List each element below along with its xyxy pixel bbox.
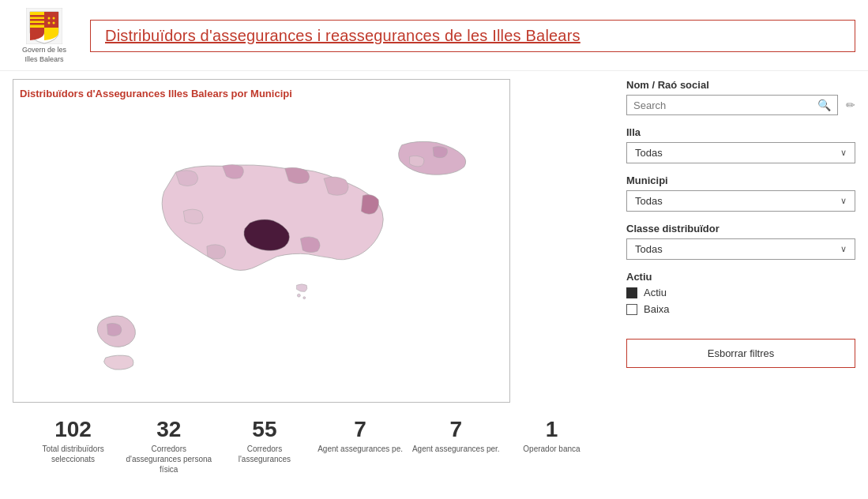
title-box: Distribuïdors d'assegurances i reassegur…	[90, 20, 855, 52]
classe-filter-group: Classe distribuïdor Todas ∨	[626, 223, 855, 260]
svg-point-5	[53, 17, 55, 20]
stat-corredors: 55 Corredors l'assegurances	[216, 414, 312, 478]
logo-text: Govern de les Illes Balears	[22, 46, 66, 64]
municipi-select[interactable]: Todas ∨	[626, 190, 855, 212]
stat-corredors-fisica-label: Corredors d'assegurances persona física	[124, 444, 213, 475]
stat-corredors-fisica: 32 Corredors d'assegurances persona físi…	[121, 414, 216, 478]
actiu-label: Actiu	[626, 271, 855, 283]
logo-icon	[26, 8, 62, 44]
checkbox-filled-icon	[626, 287, 637, 298]
stat-agent2: 7 Agent assegurances per.	[408, 414, 504, 478]
actiu-checkboxes: Actiu Baixa	[626, 287, 855, 315]
svg-point-7	[53, 22, 55, 24]
classe-value: Todas	[635, 243, 663, 255]
stat-agent2-number: 7	[411, 417, 501, 442]
illa-value: Todas	[635, 147, 663, 159]
stat-total-number: 102	[28, 417, 118, 442]
actiu-filter-group: Actiu Actiu Baixa	[626, 271, 855, 315]
stat-agent2-label: Agent assegurances per.	[411, 444, 501, 454]
chevron-down-icon: ∨	[840, 244, 847, 254]
svg-rect-3	[30, 23, 44, 25]
eivissa-group	[97, 316, 135, 347]
chevron-down-icon: ∨	[840, 196, 847, 206]
nom-label: Nom / Raó social	[626, 79, 855, 91]
esborrar-filtres-button[interactable]: Esborrar filtres	[626, 339, 855, 368]
actiu-option-label: Actiu	[644, 287, 667, 298]
svg-rect-2	[30, 19, 44, 21]
svg-point-9	[303, 297, 306, 299]
right-panel: Nom / Raó social 🔍 ✏ Illa Todas ∨ Munici	[626, 79, 855, 478]
stat-total: 102 Total distribuïdors seleccionats	[25, 414, 121, 478]
classe-select[interactable]: Todas ∨	[626, 238, 855, 260]
mallorca-group	[162, 165, 383, 299]
search-icon: 🔍	[817, 99, 831, 111]
page-title: Distribuïdors d'assegurances i reassegur…	[105, 27, 581, 44]
map-svg	[20, 104, 503, 388]
stats-row: 102 Total distribuïdors seleccionats 32 …	[13, 406, 612, 478]
map-section: Distribuïdors d'Assegurances Illes Balea…	[13, 79, 612, 478]
illa-label: Illa	[626, 126, 855, 138]
svg-point-6	[48, 22, 51, 24]
header: Govern de les Illes Balears Distribuïdor…	[0, 0, 868, 71]
stat-corredors-number: 55	[220, 417, 309, 442]
stat-agent1-label: Agent assegurances pe.	[316, 444, 405, 454]
search-input[interactable]	[633, 99, 813, 111]
svg-rect-1	[30, 15, 44, 17]
classe-label: Classe distribuïdor	[626, 223, 855, 234]
baixa-option-label: Baixa	[644, 303, 670, 315]
actiu-checkbox-actiu[interactable]: Actiu	[626, 287, 855, 298]
illa-filter-group: Illa Todas ∨	[626, 126, 855, 163]
municipi-filter-group: Municipi Todas ∨	[626, 174, 855, 212]
stat-corredors-fisica-number: 32	[124, 417, 213, 442]
municipi-label: Municipi	[626, 174, 855, 186]
search-button[interactable]: 🔍	[817, 99, 831, 111]
stat-operador-label: Operador banca	[507, 444, 596, 454]
map-box: Distribuïdors d'Assegurances Illes Balea…	[13, 79, 510, 403]
stat-agent1: 7 Agent assegurances pe.	[313, 414, 408, 478]
chevron-down-icon: ∨	[840, 148, 847, 158]
stat-operador-number: 1	[507, 417, 596, 442]
stat-agent1-number: 7	[316, 417, 405, 442]
checkbox-empty-icon	[626, 304, 637, 315]
map-title: Distribuïdors d'Assegurances Illes Balea…	[20, 88, 503, 99]
svg-point-8	[297, 295, 300, 298]
actiu-checkbox-baixa[interactable]: Baixa	[626, 303, 855, 315]
stat-operador: 1 Operador banca	[504, 414, 599, 478]
illa-select[interactable]: Todas ∨	[626, 142, 855, 163]
nom-filter-group: Nom / Raó social 🔍 ✏	[626, 79, 855, 115]
map-container	[20, 104, 503, 388]
logo-area: Govern de les Illes Balears	[13, 8, 76, 64]
stat-total-label: Total distribuïdors seleccionats	[28, 444, 118, 464]
svg-point-4	[48, 17, 51, 20]
municipi-value: Todas	[635, 195, 663, 207]
stat-corredors-label: Corredors l'assegurances	[220, 444, 309, 464]
eraser-icon[interactable]: ✏	[846, 99, 855, 111]
main-content: Distribuïdors d'Assegurances Illes Balea…	[0, 71, 868, 478]
menorca-group	[399, 142, 466, 175]
formentera-group	[104, 355, 133, 370]
search-wrapper: 🔍	[626, 95, 838, 115]
